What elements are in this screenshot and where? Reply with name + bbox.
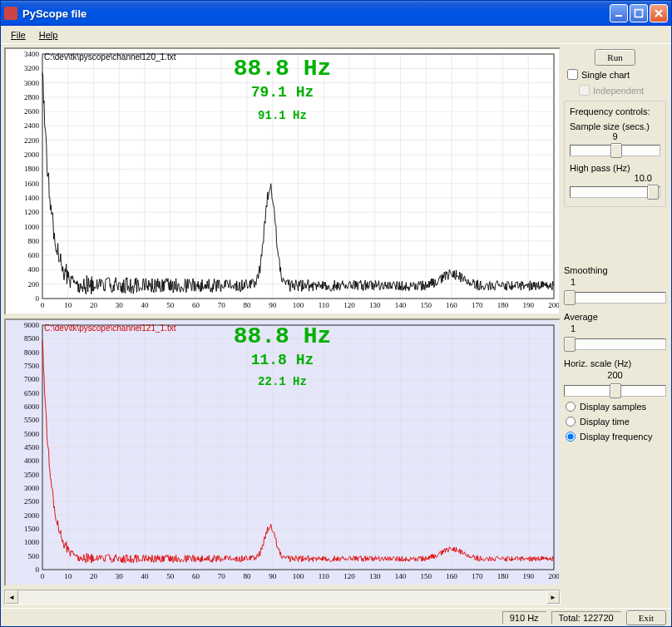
average-slider[interactable] <box>564 335 666 352</box>
sample-size-value: 9 <box>570 131 660 141</box>
display-samples-input[interactable] <box>566 402 576 412</box>
scroll-right-button[interactable]: ► <box>546 590 560 604</box>
svg-text:10: 10 <box>64 301 72 309</box>
minimize-button[interactable] <box>610 4 628 22</box>
independent-label: Independent <box>593 86 644 96</box>
svg-rect-1 <box>635 10 643 17</box>
svg-rect-0 <box>615 15 622 17</box>
svg-text:1400: 1400 <box>24 194 40 202</box>
display-samples-label: Display samples <box>580 402 646 412</box>
svg-text:2600: 2600 <box>24 107 40 116</box>
svg-text:80: 80 <box>244 572 252 580</box>
svg-text:40: 40 <box>141 572 150 580</box>
svg-text:2000: 2000 <box>24 511 40 520</box>
svg-text:20: 20 <box>90 572 98 580</box>
svg-text:8000: 8000 <box>24 348 40 357</box>
svg-text:200: 200 <box>548 572 559 580</box>
chart-bottom-file: C:\dev\tk\pyscope\channel121_1.txt <box>44 323 175 333</box>
high-pass-label: High pass (Hz) <box>570 163 660 173</box>
svg-text:6000: 6000 <box>24 402 40 411</box>
smoothing-slider[interactable] <box>564 289 666 305</box>
scroll-left-button[interactable]: ◄ <box>5 590 18 604</box>
chart-top-freq-secondary: 79.1 Hz <box>251 84 314 101</box>
svg-text:140: 140 <box>395 301 407 309</box>
maximize-button[interactable] <box>630 4 648 22</box>
single-chart-label: Single chart <box>581 70 630 80</box>
svg-text:7000: 7000 <box>24 375 40 383</box>
charts-panel: 0200400600800100012001400160018002000220… <box>4 47 561 605</box>
single-chart-input[interactable] <box>567 69 578 80</box>
svg-text:160: 160 <box>446 301 457 309</box>
high-pass-slider[interactable] <box>570 183 660 200</box>
chart-top[interactable]: 0200400600800100012001400160018002000220… <box>4 47 561 315</box>
svg-text:2400: 2400 <box>24 121 40 130</box>
display-frequency-input[interactable] <box>566 432 576 442</box>
window-title: PyScope file <box>22 7 610 20</box>
svg-text:2200: 2200 <box>24 136 40 145</box>
svg-text:120: 120 <box>343 572 355 580</box>
menu-help[interactable]: Help <box>32 28 65 42</box>
display-time-input[interactable] <box>566 417 576 427</box>
svg-text:500: 500 <box>28 552 40 560</box>
horizontal-scrollbar[interactable]: ◄ ► <box>4 590 561 605</box>
chart-bottom[interactable]: 0500100015002000250030003500400045005000… <box>4 318 561 586</box>
svg-text:170: 170 <box>472 301 483 309</box>
svg-text:200: 200 <box>28 280 40 289</box>
statusbar: 910 Hz Total: 122720 Exit <box>1 608 671 626</box>
svg-text:3000: 3000 <box>24 484 40 492</box>
svg-text:5000: 5000 <box>24 430 40 438</box>
svg-text:180: 180 <box>497 301 509 309</box>
hscale-label: Horiz. scale (Hz) <box>564 358 666 368</box>
menu-file[interactable]: File <box>4 28 32 42</box>
svg-text:90: 90 <box>269 572 277 580</box>
run-button[interactable]: Run <box>595 49 635 66</box>
svg-text:150: 150 <box>421 572 432 580</box>
exit-button[interactable]: Exit <box>626 610 666 625</box>
svg-text:1200: 1200 <box>24 208 40 216</box>
svg-text:140: 140 <box>395 572 407 580</box>
display-time-label: Display time <box>580 417 630 427</box>
scroll-track[interactable] <box>18 590 546 604</box>
svg-text:6500: 6500 <box>24 389 40 397</box>
frequency-controls-label: Frequency controls: <box>570 106 660 116</box>
svg-text:2000: 2000 <box>24 151 40 159</box>
sample-size-label: Sample size (secs.) <box>570 121 660 131</box>
average-label: Average <box>564 312 666 322</box>
close-button[interactable] <box>650 4 668 22</box>
svg-text:190: 190 <box>523 572 535 580</box>
svg-text:2800: 2800 <box>24 93 40 101</box>
svg-text:1800: 1800 <box>24 165 40 173</box>
svg-text:3200: 3200 <box>24 64 40 72</box>
svg-text:130: 130 <box>369 572 381 580</box>
svg-text:9000: 9000 <box>24 321 40 329</box>
chart-bottom-freq-secondary: 11.8 Hz <box>251 352 314 368</box>
sample-size-slider[interactable] <box>570 141 660 158</box>
svg-text:170: 170 <box>472 572 483 580</box>
smoothing-label: Smoothing <box>564 265 666 275</box>
svg-text:3500: 3500 <box>24 471 40 479</box>
svg-text:400: 400 <box>28 265 40 274</box>
independent-input <box>579 85 590 96</box>
display-frequency-radio[interactable]: Display frequency <box>564 430 666 443</box>
titlebar: PyScope file <box>1 1 671 26</box>
hscale-slider[interactable] <box>564 382 666 398</box>
svg-text:70: 70 <box>218 572 226 580</box>
display-samples-radio[interactable]: Display samples <box>564 400 666 413</box>
single-chart-checkbox[interactable]: Single chart <box>564 67 666 81</box>
svg-text:50: 50 <box>166 572 175 580</box>
svg-text:20: 20 <box>90 301 98 309</box>
app-icon <box>4 7 17 20</box>
svg-text:190: 190 <box>523 301 535 309</box>
status-total: Total: 122720 <box>551 611 621 625</box>
svg-text:600: 600 <box>28 251 40 259</box>
svg-text:0: 0 <box>41 572 45 580</box>
display-time-radio[interactable]: Display time <box>564 415 666 428</box>
svg-text:80: 80 <box>244 301 252 309</box>
svg-text:200: 200 <box>548 301 559 309</box>
svg-text:3000: 3000 <box>24 79 40 87</box>
svg-text:2500: 2500 <box>24 497 40 506</box>
svg-text:120: 120 <box>343 301 355 309</box>
status-hz: 910 Hz <box>502 611 546 625</box>
svg-text:800: 800 <box>28 237 40 245</box>
frequency-controls-group: Frequency controls: Sample size (secs.) … <box>564 101 666 207</box>
